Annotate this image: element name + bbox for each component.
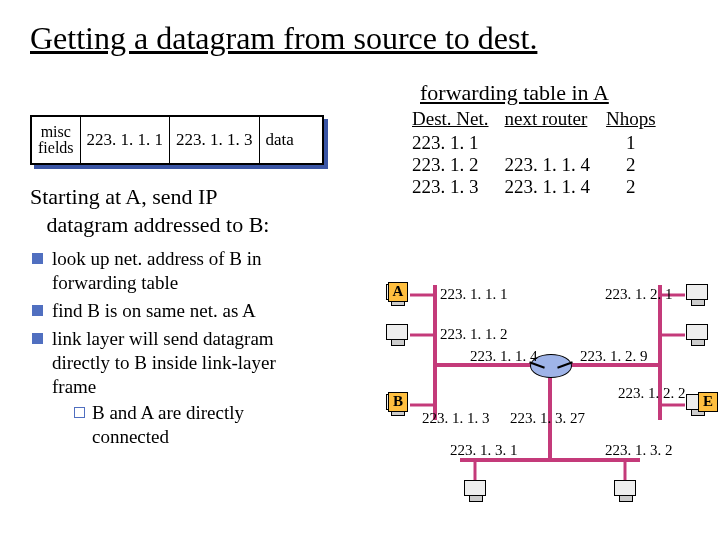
bullet-0-l2: forwarding table <box>52 272 178 293</box>
bullet-0: look up net. address of B in forwarding … <box>30 247 380 295</box>
left-column: misc fields 223. 1. 1. 1 223. 1. 1. 3 da… <box>30 115 380 453</box>
ft-h2: Nhops <box>598 108 664 132</box>
ip-packet-diagram: misc fields 223. 1. 1. 1 223. 1. 1. 3 da… <box>30 115 324 165</box>
tag-a: A <box>388 282 408 302</box>
ip-i: 223. 1. 3. 1 <box>450 442 518 459</box>
bullet-1: find B is on same net. as A <box>30 299 380 323</box>
bullet-list: look up net. address of B in forwarding … <box>30 247 380 449</box>
ft-row-1: 223. 1. 2 223. 1. 1. 4 2 <box>404 154 664 176</box>
packet-misc-l2: fields <box>38 140 74 156</box>
ft-r0-nr <box>497 132 599 154</box>
forwarding-table: Dest. Net. next router Nhops 223. 1. 1 1… <box>404 108 664 198</box>
ip-e: 223. 1. 2. 1 <box>605 286 673 303</box>
ip-j: 223. 1. 3. 2 <box>605 442 673 459</box>
bullet-0-l1: look up net. address of B in <box>52 248 262 269</box>
forwarding-table-title: forwarding table in A <box>420 80 710 106</box>
ft-h1: next router <box>497 108 599 132</box>
intro-l1: Starting at A, send IP <box>30 184 218 209</box>
ft-r2-nr: 223. 1. 1. 4 <box>497 176 599 198</box>
bullet-2: link layer will send datagram directly t… <box>30 327 380 449</box>
ip-a: 223. 1. 1. 1 <box>440 286 508 303</box>
ft-h0: Dest. Net. <box>404 108 497 132</box>
sub-bullet-list: B and A are directly connected <box>52 401 380 449</box>
ip-b: 223. 1. 1. 2 <box>440 326 508 343</box>
ip-f: 223. 1. 2. 9 <box>580 348 648 365</box>
ft-r1-nr: 223. 1. 1. 4 <box>497 154 599 176</box>
ft-row-2: 223. 1. 3 223. 1. 1. 4 2 <box>404 176 664 198</box>
slide-title: Getting a datagram from source to dest. <box>30 20 537 57</box>
ft-row-0: 223. 1. 1 1 <box>404 132 664 154</box>
tag-e: E <box>698 392 718 412</box>
ft-r1-net: 223. 1. 2 <box>404 154 497 176</box>
bullet-2-l3: frame <box>52 376 96 397</box>
ip-d: 223. 1. 1. 4 <box>470 348 538 365</box>
sub-0-l2: connected <box>92 426 169 447</box>
host-right-2-icon <box>686 324 712 350</box>
right-column: forwarding table in A Dest. Net. next ro… <box>400 80 710 198</box>
intro-l2: datagram addressed to B: <box>47 212 270 237</box>
ft-r2-nh: 2 <box>598 176 664 198</box>
ft-r1-nh: 2 <box>598 154 664 176</box>
network-diagram: A B E 223. 1. 1. 1 223. 1. 1. 2 223. 1. … <box>380 270 720 540</box>
sub-bullet-0: B and A are directly connected <box>52 401 380 449</box>
packet-dst-ip: 223. 1. 1. 3 <box>170 117 260 163</box>
bullet-2-l2: directly to B inside link-layer <box>52 352 276 373</box>
network-links <box>380 270 720 540</box>
tag-b: B <box>388 392 408 412</box>
packet-misc-l1: misc <box>41 124 71 140</box>
host-bottom-1-icon <box>464 480 490 506</box>
ft-r0-net: 223. 1. 1 <box>404 132 497 154</box>
ft-header-row: Dest. Net. next router Nhops <box>404 108 664 132</box>
intro-text: Starting at A, send IP datagram addresse… <box>30 183 380 239</box>
ip-h: 223. 1. 3. 27 <box>510 410 585 427</box>
host-bottom-2-icon <box>614 480 640 506</box>
ft-r0-nh: 1 <box>598 132 664 154</box>
packet-data: data <box>260 117 300 163</box>
packet-misc-fields: misc fields <box>32 117 81 163</box>
ip-c: 223. 1. 1. 3 <box>422 410 490 427</box>
packet-src-ip: 223. 1. 1. 1 <box>81 117 171 163</box>
host-left-2-icon <box>386 324 412 350</box>
ip-g: 223. 1. 2. 2 <box>618 385 686 402</box>
host-right-1-icon <box>686 284 712 310</box>
bullet-2-l1: link layer will send datagram <box>52 328 274 349</box>
sub-0-l1: B and A are directly <box>92 402 244 423</box>
ft-r2-net: 223. 1. 3 <box>404 176 497 198</box>
